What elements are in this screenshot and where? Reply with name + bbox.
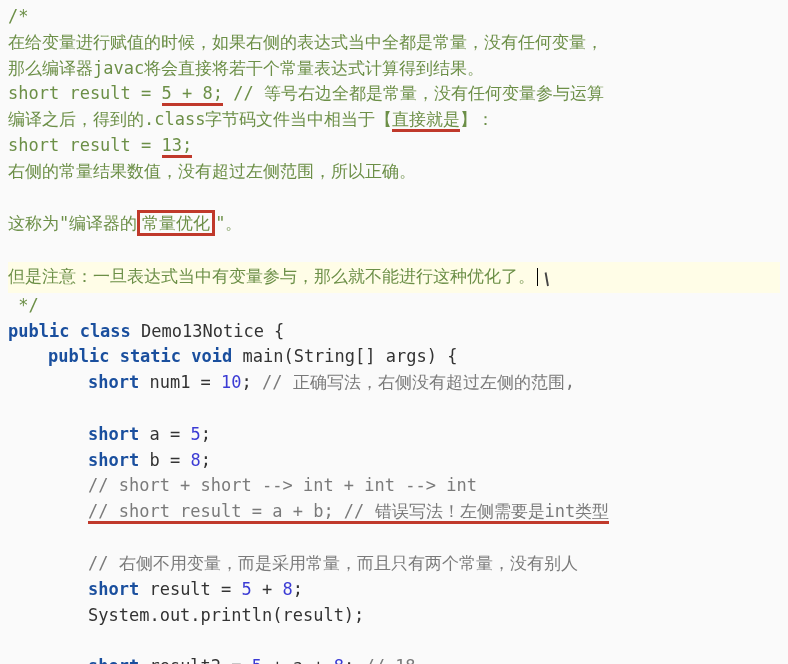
comment-line: short result = 13; [8, 133, 780, 159]
comment-cast: // short + short --> int + int --> int [8, 473, 780, 499]
println: System.out.println(result); [8, 603, 780, 629]
underline-13: 13; [162, 135, 193, 158]
comment-line: 这称为"编译器的常量优化"。 [8, 211, 780, 237]
comment-open: /* [8, 4, 780, 30]
comment-line: short result = 5 + 8; // 等号右边全都是常量，没有任何变… [8, 81, 780, 107]
comment-highlight-line[interactable]: 但是注意：一旦表达式当中有变量参与，那么就不能进行这种优化了。I [8, 262, 780, 292]
blank-line [8, 185, 780, 211]
mouse-cursor-icon: I [541, 264, 552, 295]
a-decl: short a = 5; [8, 422, 780, 448]
comment-close: */ [8, 293, 780, 319]
comment-line: 右侧的常量结果数值，没有超过左侧范围，所以正确。 [8, 159, 780, 185]
comment-const-only: // 右侧不用变量，而是采用常量，而且只有两个常量，没有别人 [8, 551, 780, 577]
b-decl: short b = 8; [8, 448, 780, 474]
blank-line [8, 525, 780, 551]
comment-line: 编译之后，得到的.class字节码文件当中相当于【直接就是】： [8, 107, 780, 133]
box-constant-opt: 常量优化 [137, 210, 215, 236]
comment-line: 那么编译器javac将会直接将若干个常量表达式计算得到结果。 [8, 56, 780, 82]
result2-decl: short result2 = 5 + a + 8; // 18 [8, 654, 780, 664]
num1-decl: short num1 = 10; // 正确写法，右侧没有超过左侧的范围, [8, 370, 780, 396]
underline-error-line: // short result = a + b; // 错误写法！左侧需要是in… [88, 501, 609, 524]
blank-line [8, 236, 780, 262]
blank-line [8, 628, 780, 654]
comment-line: 在给变量进行赋值的时候，如果右侧的表达式当中全都是常量，没有任何变量， [8, 30, 780, 56]
underline-expr: 5 + 8; [162, 83, 223, 106]
blank-line [8, 396, 780, 422]
text-cursor [537, 268, 538, 286]
underline-direct: 直接就是 [392, 109, 460, 132]
main-decl: public static void main(String[] args) { [8, 344, 780, 370]
comment-error: // short result = a + b; // 错误写法！左侧需要是in… [8, 499, 780, 525]
result-decl: short result = 5 + 8; [8, 577, 780, 603]
class-decl: public class Demo13Notice { [8, 319, 780, 345]
